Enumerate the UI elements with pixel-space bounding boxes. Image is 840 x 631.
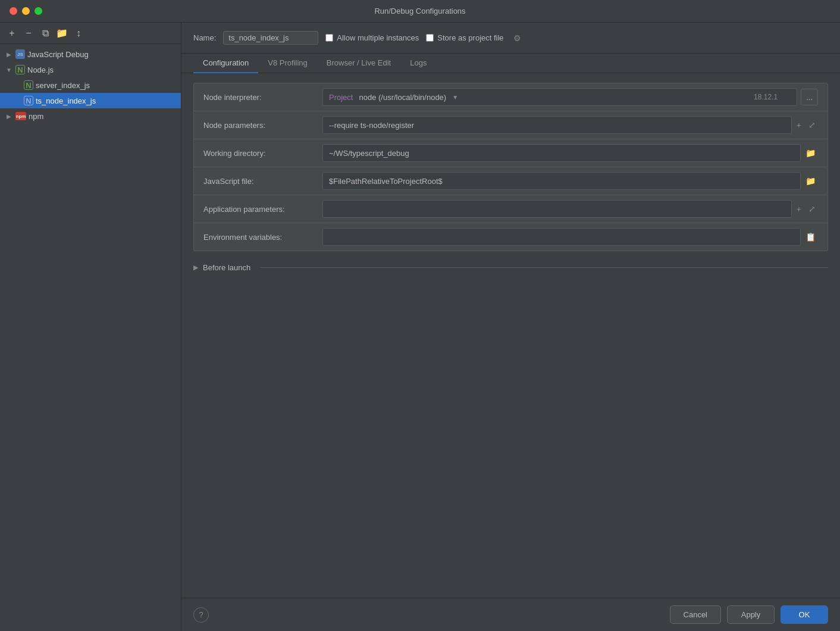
environment-variables-label: Environment variables: (203, 233, 322, 242)
javascript-file-display[interactable]: $FilePathRelativeToProjectRoot$ (322, 172, 801, 190)
sidebar-item-label-javascript-debug: JavaScript Debug (27, 50, 89, 59)
node-parameters-label: Node parameters: (203, 121, 322, 130)
node-interpreter-display[interactable]: Project node (/usr/local/bin/node) 18.12… (322, 88, 797, 106)
javascript-file-browse-button[interactable]: 📁 (803, 175, 818, 187)
sort-button[interactable]: ↕ (71, 26, 86, 40)
sidebar-item-ts-node-index-js[interactable]: N ts_node_index_js (0, 93, 181, 108)
tab-v8-profiling[interactable]: V8 Profiling (258, 54, 316, 73)
sidebar-item-label-nodejs: Node.js (27, 65, 54, 74)
sidebar: + − ⧉ 📁 ↕ JS JavaScript Debug (0, 23, 181, 631)
footer-left: ? (193, 607, 209, 623)
main-layout: + − ⧉ 📁 ↕ JS JavaScript Debug (0, 23, 840, 631)
sort-icon: ↕ (76, 28, 81, 39)
window-title: Run/Debug Configurations (374, 7, 465, 15)
node-interpreter-path: node (/usr/local/bin/node) (359, 93, 446, 102)
project-label: Project (329, 93, 353, 102)
nodejs-child-icon-2: N (24, 96, 33, 105)
tree-arrow-ts-node-index-js (13, 96, 21, 105)
sidebar-item-nodejs[interactable]: N Node.js (0, 62, 181, 77)
footer-right: Cancel Apply OK (670, 605, 828, 624)
sidebar-item-server-index-js[interactable]: N server_index_js (0, 77, 181, 93)
before-launch-label: Before launch (203, 263, 250, 272)
environment-variables-clipboard-button[interactable]: 📋 (803, 231, 818, 243)
node-interpreter-label: Node interpreter: (203, 93, 322, 102)
tree-arrow-server-index-js (13, 81, 21, 89)
node-interpreter-browse-button[interactable]: ... (801, 89, 818, 105)
name-label: Name: (193, 33, 216, 42)
sidebar-toolbar: + − ⧉ 📁 ↕ (0, 23, 181, 44)
chevron-down-icon[interactable]: ▼ (452, 94, 458, 101)
javascript-file-value: $FilePathRelativeToProjectRoot$ (329, 177, 443, 186)
javascript-file-label: JavaScript file: (203, 177, 322, 186)
working-directory-display[interactable]: ~/WS/typescript_debug (322, 144, 801, 162)
node-parameters-value: --require ts-node/register (329, 121, 414, 130)
add-icon: + (9, 28, 14, 39)
maximize-button[interactable] (35, 7, 42, 15)
form-section: Node interpreter: Project node (/usr/loc… (193, 83, 828, 251)
minimize-button[interactable] (22, 7, 30, 15)
working-directory-row: Working directory: ~/WS/typescript_debug… (194, 139, 828, 167)
traffic-lights (10, 7, 42, 15)
nodejs-child-icon-1: N (24, 80, 33, 90)
node-interpreter-field: Project node (/usr/local/bin/node) 18.12… (322, 88, 818, 106)
tab-browser-live-edit[interactable]: Browser / Live Edit (317, 54, 400, 73)
folder-icon: 📁 (56, 27, 68, 39)
allow-multiple-group: Allow multiple instances (325, 33, 419, 42)
before-launch-divider (260, 267, 828, 268)
before-launch-section: ▶ Before launch (193, 263, 828, 272)
close-button[interactable] (10, 7, 17, 15)
form-content: Node interpreter: Project node (/usr/loc… (181, 73, 840, 598)
environment-variables-row: Environment variables: 📋 (194, 223, 828, 251)
application-parameters-display[interactable] (322, 200, 792, 218)
tab-logs[interactable]: Logs (400, 54, 436, 73)
tree-arrow-npm (5, 112, 13, 120)
allow-multiple-checkbox[interactable] (325, 34, 333, 42)
store-as-project-checkbox[interactable] (426, 34, 434, 42)
sidebar-tree: JS JavaScript Debug N Node.js N server_i… (0, 44, 181, 631)
store-as-project-group: Store as project file (426, 33, 503, 42)
working-directory-value: ~/WS/typescript_debug (329, 149, 409, 158)
copy-config-icon: ⧉ (42, 28, 49, 39)
store-as-project-label[interactable]: Store as project file (437, 33, 503, 42)
node-version-badge: 18.12.1 (754, 93, 778, 101)
application-parameters-field: + ⤢ (322, 200, 818, 218)
environment-variables-display[interactable] (322, 228, 801, 246)
environment-variables-field: 📋 (322, 228, 818, 246)
working-directory-label: Working directory: (203, 149, 322, 158)
allow-multiple-label[interactable]: Allow multiple instances (337, 33, 419, 42)
add-config-button[interactable]: + (5, 26, 19, 40)
application-parameters-row: Application parameters: + ⤢ (194, 195, 828, 223)
sidebar-item-label-npm: npm (29, 112, 43, 121)
javascript-file-field: $FilePathRelativeToProjectRoot$ 📁 (322, 172, 818, 190)
right-panel: Name: Allow multiple instances Store as … (181, 23, 840, 631)
application-parameters-add-button[interactable]: + (794, 203, 804, 215)
remove-icon: − (26, 28, 31, 39)
node-parameters-row: Node parameters: --require ts-node/regis… (194, 111, 828, 139)
sidebar-item-label-server-index-js: server_index_js (36, 81, 90, 90)
node-parameters-expand-button[interactable]: ⤢ (806, 119, 818, 131)
apply-button[interactable]: Apply (727, 605, 775, 624)
tab-configuration[interactable]: Configuration (193, 54, 258, 73)
node-parameters-add-button[interactable]: + (794, 119, 804, 131)
application-parameters-expand-button[interactable]: ⤢ (806, 203, 818, 215)
help-button[interactable]: ? (193, 607, 209, 623)
sidebar-item-npm[interactable]: npm npm (0, 108, 181, 124)
copy-config-button[interactable]: ⧉ (38, 26, 52, 40)
node-interpreter-row: Node interpreter: Project node (/usr/loc… (194, 83, 828, 111)
node-parameters-display[interactable]: --require ts-node/register (322, 116, 792, 134)
gear-icon[interactable]: ⚙ (513, 33, 521, 43)
config-name-input[interactable] (223, 31, 318, 45)
ok-button[interactable]: OK (781, 605, 828, 624)
before-launch-arrow-icon[interactable]: ▶ (193, 264, 198, 271)
remove-config-button[interactable]: − (21, 26, 36, 40)
config-header: Name: Allow multiple instances Store as … (181, 23, 840, 54)
sidebar-item-label-ts-node-index-js: ts_node_index_js (36, 96, 96, 105)
node-parameters-field: --require ts-node/register + ⤢ (322, 116, 818, 134)
working-directory-field: ~/WS/typescript_debug 📁 (322, 144, 818, 162)
tree-arrow-nodejs (5, 65, 13, 74)
cancel-button[interactable]: Cancel (670, 605, 721, 624)
move-into-folder-button[interactable]: 📁 (55, 26, 69, 40)
working-directory-browse-button[interactable]: 📁 (803, 147, 818, 159)
sidebar-item-javascript-debug[interactable]: JS JavaScript Debug (0, 46, 181, 62)
nodejs-icon: N (15, 65, 25, 74)
